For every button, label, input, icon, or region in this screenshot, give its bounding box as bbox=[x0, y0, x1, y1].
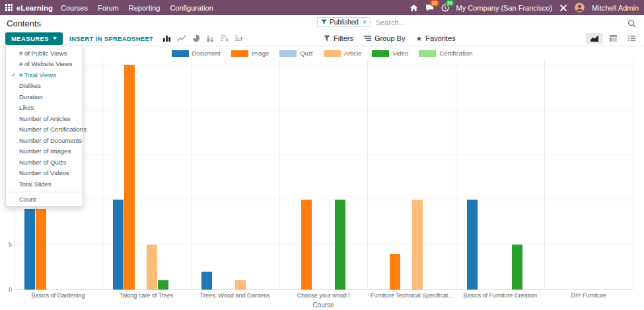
nav-item-courses[interactable]: Courses bbox=[61, 4, 88, 12]
gridline-vertical bbox=[456, 59, 456, 290]
gridline-horizontal bbox=[14, 110, 633, 110]
x-tick-label: Furniture Technical Specificat... bbox=[371, 292, 453, 299]
measures-button[interactable]: MEASURES bbox=[5, 32, 63, 45]
legend-item-document[interactable]: Document bbox=[172, 50, 221, 57]
gridline-horizontal bbox=[14, 200, 633, 200]
gridline-vertical bbox=[544, 59, 545, 290]
top-navbar: eLearning CoursesForumReportingConfigura… bbox=[0, 0, 644, 15]
bar-document-basics-of-gardening[interactable] bbox=[24, 209, 35, 290]
x-axis-title: Course bbox=[312, 301, 334, 309]
measure-option-label: Number of Articles bbox=[19, 115, 71, 122]
measure-option-of-website-views[interactable]: # of Website Views bbox=[6, 59, 83, 70]
apps-grid-icon[interactable] bbox=[5, 4, 13, 11]
bar-image-basics-of-gardening[interactable] bbox=[36, 209, 46, 290]
x-tick-label: Choose your wood l bbox=[297, 292, 350, 299]
gridline-vertical bbox=[191, 59, 192, 290]
favorites-label: Favorites bbox=[425, 34, 455, 42]
measure-option-of-public-views[interactable]: # of Public Views bbox=[6, 48, 83, 59]
x-tick-label: Trees, Wood and Gardens bbox=[200, 292, 270, 299]
insert-in-spreadsheet-button[interactable]: INSERT IN SPREADSHEET bbox=[69, 35, 153, 42]
main-menu: CoursesForumReportingConfiguration bbox=[61, 4, 213, 12]
bar-image-furniture-technical-specificat[interactable] bbox=[390, 254, 400, 290]
measure-option-number-of-videos[interactable]: Number of Videos bbox=[6, 168, 83, 179]
app-brand[interactable]: eLearning bbox=[5, 4, 53, 12]
legend-item-image[interactable]: Image bbox=[231, 50, 269, 57]
nav-item-reporting[interactable]: Reporting bbox=[129, 4, 161, 12]
bar-document-basics-of-furniture-creation[interactable] bbox=[467, 200, 478, 290]
messages-badge: 10 bbox=[430, 0, 439, 7]
view-switcher bbox=[586, 31, 640, 46]
bar-image-choose-your-wood-l[interactable] bbox=[301, 200, 312, 290]
group-by-icon bbox=[364, 35, 371, 42]
group-by-button[interactable]: Group By bbox=[364, 34, 405, 42]
measure-option-number-of-images[interactable]: Number of Images bbox=[6, 146, 83, 157]
bar-article-furniture-technical-specificat[interactable] bbox=[412, 200, 423, 290]
home-icon[interactable] bbox=[410, 4, 418, 12]
measure-option-number-of-quizs[interactable]: Number of Quizs bbox=[6, 157, 83, 168]
legend-item-quiz[interactable]: Quiz bbox=[279, 50, 313, 57]
stacked-icon[interactable] bbox=[206, 34, 214, 42]
measure-option-number-of-certifications[interactable]: Number of Certifications bbox=[6, 124, 83, 136]
chart-type-switcher bbox=[162, 34, 243, 42]
measure-option-duration[interactable]: Duration bbox=[6, 91, 83, 102]
user-name[interactable]: Mitchell Admin bbox=[592, 4, 639, 12]
legend-label: Document bbox=[192, 50, 221, 57]
measure-option-total-views[interactable]: ✓# Total Views bbox=[6, 69, 83, 81]
navbar-right: 10 39 My Company (San Francisco) Mitchel… bbox=[410, 3, 639, 13]
legend-item-certification[interactable]: Certification bbox=[419, 50, 472, 57]
sort-ascending-icon[interactable] bbox=[234, 34, 243, 42]
legend-item-article[interactable]: Article bbox=[324, 50, 361, 57]
measure-option-count[interactable]: Count bbox=[6, 194, 83, 206]
legend-label: Certification bbox=[439, 50, 472, 57]
graph-toolbar: MEASURES INSERT IN SPREADSHEET bbox=[0, 31, 644, 46]
bar-image-taking-care-of-trees[interactable] bbox=[124, 65, 135, 290]
developer-tools-icon[interactable] bbox=[559, 4, 567, 12]
favorites-button[interactable]: ★ Favorites bbox=[415, 34, 455, 42]
measure-option-label: Duration bbox=[19, 93, 43, 100]
measure-option-label: # of Public Views bbox=[19, 50, 67, 57]
menu-divider bbox=[6, 192, 83, 192]
bar-document-taking-care-of-trees[interactable] bbox=[113, 200, 124, 290]
legend-item-video[interactable]: Video bbox=[372, 50, 408, 57]
check-icon: ✓ bbox=[11, 71, 17, 78]
group-by-label: Group By bbox=[375, 34, 405, 42]
graph-view-icon[interactable] bbox=[586, 33, 603, 44]
filters-button[interactable]: Filters bbox=[324, 34, 353, 42]
x-tick-label: Basics of Gardening bbox=[31, 292, 85, 299]
app-name[interactable]: eLearning bbox=[17, 4, 53, 12]
avatar[interactable] bbox=[575, 3, 585, 13]
measure-option-likes[interactable]: Likes bbox=[6, 102, 83, 114]
bar-video-taking-care-of-trees[interactable] bbox=[158, 280, 168, 290]
measure-option-number-of-articles[interactable]: Number of Articles bbox=[6, 113, 83, 124]
bar-article-taking-care-of-trees[interactable] bbox=[147, 245, 157, 290]
bar-document-trees-wood-and-gardens[interactable] bbox=[201, 272, 212, 290]
pivot-view-icon[interactable] bbox=[605, 33, 622, 44]
legend-swatch bbox=[172, 50, 189, 57]
measure-option-number-of-documents[interactable]: Number of Documents bbox=[6, 135, 83, 146]
legend-label: Video bbox=[392, 50, 408, 57]
activities-clock-icon[interactable]: 39 bbox=[441, 4, 449, 12]
activities-badge: 39 bbox=[445, 0, 454, 7]
line-chart-icon[interactable] bbox=[177, 34, 186, 42]
bar-article-trees-wood-and-gardens[interactable] bbox=[235, 280, 246, 290]
measure-option-total-slides[interactable]: Total Slides bbox=[6, 178, 83, 190]
bar-video-choose-your-wood-l[interactable] bbox=[335, 200, 345, 290]
legend-swatch bbox=[372, 50, 389, 57]
measure-option-label: # Total Views bbox=[19, 71, 56, 79]
nav-item-forum[interactable]: Forum bbox=[98, 4, 119, 12]
measure-option-label: Dislikes bbox=[19, 82, 41, 89]
pie-chart-icon[interactable] bbox=[192, 34, 200, 42]
sort-descending-icon[interactable] bbox=[220, 34, 229, 42]
measure-option-dislikes[interactable]: Dislikes bbox=[6, 81, 83, 92]
chevron-down-icon bbox=[53, 37, 57, 40]
gridline-vertical bbox=[279, 59, 280, 290]
list-view-icon[interactable] bbox=[624, 33, 640, 44]
nav-item-configuration[interactable]: Configuration bbox=[170, 4, 213, 12]
legend-label: Article bbox=[344, 50, 361, 57]
chart-legend: DocumentImageQuizArticleVideoCertificati… bbox=[0, 50, 644, 57]
legend-label: Quiz bbox=[300, 50, 313, 57]
company-name[interactable]: My Company (San Francisco) bbox=[456, 4, 553, 12]
bar-video-basics-of-furniture-creation[interactable] bbox=[512, 245, 522, 290]
messages-icon[interactable]: 10 bbox=[425, 4, 434, 12]
bar-chart-icon[interactable] bbox=[162, 34, 171, 42]
